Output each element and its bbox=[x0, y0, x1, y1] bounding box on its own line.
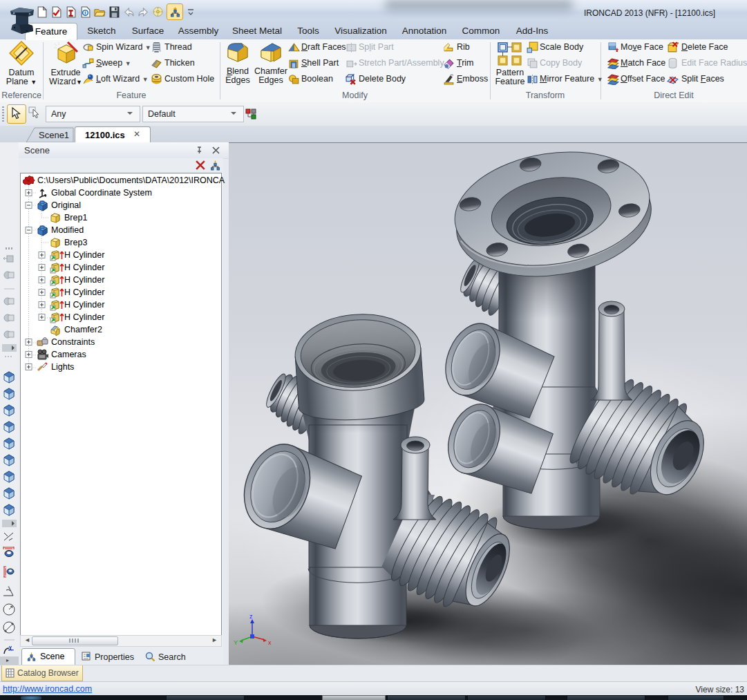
svg-text:z: z bbox=[249, 613, 253, 620]
svg-text:x: x bbox=[268, 639, 272, 646]
svg-text:Y: Y bbox=[234, 639, 238, 646]
